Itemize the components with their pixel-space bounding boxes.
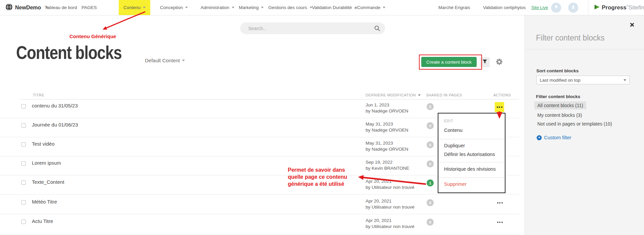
row-modified-date: Jun 1, 2023 xyxy=(366,102,408,108)
create-content-block-button[interactable]: Create a content block xyxy=(421,57,477,67)
row-checkbox[interactable] xyxy=(21,142,26,147)
top-navbar: NewDemo Tableau de bord PAGES Contenu Co… xyxy=(0,0,644,15)
gear-icon xyxy=(495,58,503,67)
row-modified-by: by Kevin BRANTONE xyxy=(366,165,409,171)
filter-content-blocks-label: Filter content blocks xyxy=(536,94,580,99)
row-title-link[interactable]: Lorem ipsum xyxy=(32,160,61,166)
shared-count-badge[interactable]: 0 xyxy=(427,160,434,167)
column-header-actions: ACTIONS xyxy=(493,93,511,97)
context-menu-section-label: EDIT xyxy=(444,119,453,123)
row-actions-context-menu: EDIT Contenu Dupliquer Définir les Autor… xyxy=(438,113,505,193)
filter-toggle-button[interactable] xyxy=(480,57,490,67)
nav-item-administration[interactable]: Administration xyxy=(201,0,234,15)
nav-item-tableau-de-bord[interactable]: Tableau de bord xyxy=(45,0,77,15)
chevron-down-icon xyxy=(383,7,385,8)
menu-divider xyxy=(438,139,505,139)
shared-count-badge[interactable]: 0 xyxy=(427,141,434,148)
nav-divider xyxy=(588,0,588,15)
chevron-down-icon xyxy=(143,7,146,8)
nav-item-marketing[interactable]: Marketing xyxy=(239,0,264,15)
shared-count-badge[interactable]: 0 xyxy=(427,122,434,129)
row-modified-by: by Nadège ORVOEN xyxy=(366,146,408,152)
filter-my-content-blocks[interactable]: My content blocks (3) xyxy=(537,112,582,118)
sort-desc-icon xyxy=(418,94,421,96)
menu-item-dupliquer[interactable]: Dupliquer xyxy=(444,143,465,148)
row-modified-by: by Utilisateur non trouvé xyxy=(366,204,415,210)
row-modified-date: Apr 20, 2021 xyxy=(366,198,415,204)
page-title: Content blocks xyxy=(16,42,121,63)
shared-count-badge[interactable]: 0 xyxy=(427,219,434,226)
nav-item-contenu[interactable]: Contenu xyxy=(119,0,150,15)
menu-divider xyxy=(438,177,505,178)
site-name: NewDemo xyxy=(15,5,41,11)
filter-not-used[interactable]: Not used in pages or templates (10) xyxy=(537,121,612,127)
plus-icon: + xyxy=(537,135,542,140)
settings-button[interactable] xyxy=(494,58,504,67)
custom-filter-link[interactable]: + Custom filter xyxy=(537,135,571,140)
sort-content-blocks-label: Sort content blocks xyxy=(536,68,579,73)
sidebar-title: Filter content blocks xyxy=(536,33,605,43)
row-modified-date: Apr 20, 2021 xyxy=(366,218,415,224)
table-row: Météo Titre Apr 20, 2021by Utilisateur n… xyxy=(0,195,519,214)
annotation-contenu-generique: Contenu Générique xyxy=(69,33,116,39)
row-title-link[interactable]: Actu Titre xyxy=(32,218,53,224)
brand-progress: Progress xyxy=(602,4,627,11)
row-title-link[interactable]: Texte_Content xyxy=(32,179,64,185)
row-checkbox[interactable] xyxy=(21,200,26,205)
chevron-down-icon xyxy=(624,79,626,81)
chevron-down-icon xyxy=(232,7,234,8)
menu-item-supprimer[interactable]: Supprimer xyxy=(444,181,467,187)
sitefinity-logo: Progress®Sitefinity™ xyxy=(594,0,644,15)
row-checkbox[interactable] xyxy=(21,104,26,108)
chevron-down-icon xyxy=(261,7,264,8)
row-checkbox[interactable] xyxy=(21,220,26,224)
globe-icon xyxy=(5,3,13,12)
row-modified-by: by Nadège ORVOEN xyxy=(366,108,408,114)
row-title-link[interactable]: Journée du 01/06/23 xyxy=(32,122,78,128)
nav-item-validation-certiphytos[interactable]: Validation certiphytos xyxy=(483,0,526,15)
menu-divider xyxy=(438,162,505,162)
shared-count-badge[interactable]: 0 xyxy=(427,103,434,110)
row-title-link[interactable]: Météo Titre xyxy=(32,199,57,205)
row-modified-date: Apr 20, 2021 xyxy=(366,178,415,184)
menu-item-definir-les-autorisations[interactable]: Définir les Autorisations xyxy=(444,152,495,157)
menu-item-historique-des-revisions[interactable]: Historique des révisions xyxy=(444,166,496,172)
nav-item-gestions-des-cours[interactable]: Gestions des cours xyxy=(268,0,312,15)
row-actions-button-highlighted[interactable] xyxy=(495,102,504,112)
row-title-link[interactable]: Test vidéo xyxy=(32,141,55,147)
row-actions-button[interactable] xyxy=(495,219,504,225)
row-checkbox[interactable] xyxy=(21,123,26,128)
row-title-link[interactable]: contenu du 31/05/23 xyxy=(32,103,78,108)
notifications-button[interactable] xyxy=(551,3,561,13)
site-live-link[interactable]: Site Live xyxy=(531,0,548,15)
bell-icon xyxy=(553,4,559,11)
provider-selector[interactable]: Default Content xyxy=(145,58,185,63)
nav-item-ecommande[interactable]: eCommande xyxy=(355,0,385,15)
nav-item-marche-engrais[interactable]: Marché Engrais xyxy=(438,0,470,15)
user-icon xyxy=(570,4,576,11)
row-actions-button[interactable] xyxy=(495,200,504,206)
filter-all-content-blocks[interactable]: All content blocks (11) xyxy=(534,101,586,109)
sort-dropdown[interactable]: Last modified on top xyxy=(536,76,630,84)
site-selector[interactable]: NewDemo xyxy=(5,0,48,15)
search-icon[interactable] xyxy=(374,25,380,33)
row-modified-date: May 31, 2023 xyxy=(366,140,408,146)
column-header-titre: TITRE xyxy=(33,93,44,97)
shared-count-badge[interactable]: 0 xyxy=(427,199,434,206)
profile-button[interactable] xyxy=(568,3,578,13)
row-checkbox[interactable] xyxy=(21,161,26,166)
shared-count-badge[interactable]: 1 xyxy=(427,179,434,186)
chevron-down-icon xyxy=(182,60,185,61)
brand-sitefinity: Sitefinity xyxy=(629,4,644,11)
menu-item-contenu[interactable]: Contenu xyxy=(444,128,463,133)
annotation-shared-note: Permet de savoir dans quelle page ce con… xyxy=(288,166,347,187)
column-header-derniere-modification[interactable]: DERNIÈRE MODIFICATION xyxy=(366,93,421,97)
row-modified-date: Sep 19, 2022 xyxy=(366,159,409,165)
row-checkbox[interactable] xyxy=(21,180,26,185)
nav-item-pages[interactable]: PAGES xyxy=(82,0,97,15)
close-icon[interactable] xyxy=(629,22,635,27)
search-bar xyxy=(240,22,385,34)
nav-item-conception[interactable]: Conception xyxy=(160,0,188,15)
nav-item-validation-durabilite[interactable]: Validation Durabilité xyxy=(312,0,352,15)
search-input[interactable] xyxy=(248,22,369,34)
